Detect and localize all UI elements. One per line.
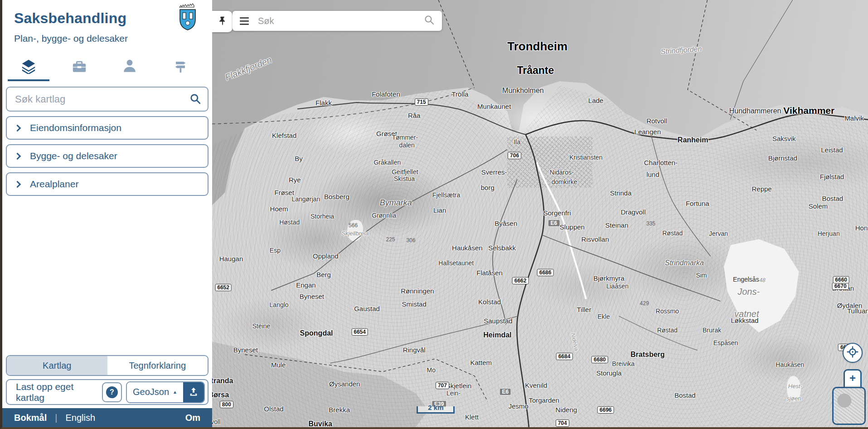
- map-scale-bar: 2 km: [417, 406, 455, 414]
- map-label: Jervan: [709, 230, 728, 237]
- language-bokmal[interactable]: Bokmål: [14, 413, 47, 423]
- map-label: Lian: [433, 207, 446, 214]
- map-label: domkirke: [552, 179, 577, 185]
- map-label: Flakk: [315, 99, 332, 106]
- map-label: By: [295, 155, 303, 161]
- map-label: Engelsås: [733, 276, 759, 283]
- map-label: 6662: [512, 277, 529, 284]
- map-label: Storugla: [596, 370, 621, 376]
- map-label: Vikhammer: [783, 106, 834, 115]
- map-label: Bosberg: [324, 193, 349, 200]
- map-label: Strinda: [610, 189, 632, 196]
- app-window: Saksbehandling Plan-, bygge- og delesake…: [0, 0, 868, 429]
- map-label: 800: [220, 401, 233, 408]
- map-search-input[interactable]: [258, 16, 415, 26]
- trondheim-coat-of-arms-icon: [178, 3, 198, 33]
- map-label: Charlotten-: [644, 159, 678, 166]
- map-label: Strindmarka: [665, 259, 704, 267]
- map-label: Breivika: [612, 361, 635, 367]
- map-label: Øysanden: [329, 380, 360, 387]
- tab-user[interactable]: [116, 58, 143, 77]
- map-label: Lade: [588, 97, 603, 104]
- tab-kartlag[interactable]: Kartlag: [7, 356, 107, 375]
- menu-icon[interactable]: [240, 17, 249, 25]
- upload-help-button[interactable]: ?: [102, 382, 122, 402]
- map-label: 6684: [556, 353, 573, 360]
- tab-guide[interactable]: [167, 58, 194, 77]
- map-label: 306: [406, 238, 415, 243]
- map-label: Malvik: [844, 114, 864, 121]
- language-english[interactable]: English: [65, 413, 95, 423]
- zoom-in-button[interactable]: +: [845, 370, 860, 386]
- upload-format-group: GeoJson ▲: [126, 381, 205, 403]
- map-label: Solem: [809, 203, 828, 210]
- map-label: Hoem: [270, 205, 288, 212]
- map-label: 715: [415, 98, 428, 106]
- upload-icon: [189, 386, 199, 398]
- map-label: Bostad: [822, 195, 844, 202]
- map-label: Fjølstad: [820, 173, 844, 180]
- map-label: Hallsetaunet: [438, 260, 474, 266]
- map-label: lund: [646, 171, 659, 178]
- map-label: E6: [499, 388, 511, 395]
- locate-me-button[interactable]: [843, 343, 863, 363]
- map-label: Honst: [855, 224, 868, 231]
- accordion-arealplaner[interactable]: Arealplaner: [6, 172, 209, 196]
- format-value: GeoJson: [133, 387, 169, 397]
- layers-icon: [21, 58, 36, 76]
- map-label: esstranda: [212, 377, 233, 385]
- map-label: 225: [386, 237, 395, 242]
- tab-tegnforklaring[interactable]: Tegnforklaring: [107, 356, 208, 375]
- map-label: Høstad: [279, 219, 300, 225]
- chevron-right-icon: [14, 152, 21, 160]
- map-label: Sorgenfri: [543, 210, 571, 216]
- map-label: Ekle: [597, 313, 610, 320]
- accordion-eiendomsinformasjon[interactable]: Eiendomsinformasjon: [6, 116, 209, 140]
- layer-search-input[interactable]: [6, 87, 209, 112]
- map-label: Løkkstad: [731, 317, 759, 323]
- map-label: Bjørkmyra: [593, 275, 624, 282]
- map-label: Tråante: [517, 65, 554, 76]
- pin-toolbar-button[interactable]: [212, 11, 233, 32]
- search-icon[interactable]: [424, 15, 435, 27]
- map-label: Byneset: [233, 346, 258, 353]
- person-icon: [122, 58, 137, 76]
- tab-tools[interactable]: [66, 58, 93, 77]
- map-label: Tiller: [577, 306, 591, 313]
- toolbox-icon: [72, 58, 87, 76]
- layer-search: [6, 87, 209, 112]
- accordion-bygge-og-delesaker[interactable]: Bygge- og delesaker: [6, 144, 209, 168]
- map-label: Byåsen: [495, 219, 517, 226]
- map-label: Kvenild: [525, 381, 547, 388]
- overview-minimap[interactable]: [832, 387, 866, 425]
- map-label: 6670: [832, 283, 849, 290]
- tab-layers[interactable]: [15, 58, 42, 77]
- map-label: Haukåsen: [776, 361, 804, 368]
- map-label: Fjellsætra: [432, 192, 460, 198]
- map-label: Skjetlein: [446, 382, 472, 389]
- pushpin-icon: [218, 15, 228, 28]
- map-label: Klett: [465, 414, 479, 420]
- map-label: Sim: [696, 272, 707, 278]
- map-label: Esp: [270, 247, 281, 253]
- map-label: Kolstad: [478, 298, 501, 305]
- map-label: 6660: [833, 276, 849, 283]
- about-link[interactable]: Om: [185, 413, 200, 423]
- map-label: Saupstad: [484, 317, 512, 324]
- sidebar: Saksbehandling Plan-, bygge- og delesake…: [2, 0, 212, 427]
- search-icon[interactable]: [189, 93, 201, 107]
- map-label: Skjellbreia: [341, 230, 369, 236]
- map-label: dalen: [399, 142, 415, 148]
- upload-button[interactable]: [183, 382, 204, 402]
- map-label: Rossmo: [656, 308, 679, 314]
- accordion-label: Eiendomsinformasjon: [30, 122, 121, 133]
- accordion-label: Arealplaner: [30, 179, 78, 190]
- map-label: Folafoten: [372, 91, 400, 98]
- map-canvas[interactable]: TrondheimTråanteMunkholmenFlakkfjordenSt…: [212, 0, 868, 427]
- map-label: Klefstad: [272, 132, 296, 138]
- format-dropdown[interactable]: GeoJson ▲: [127, 382, 183, 402]
- map-label: 6696: [597, 406, 614, 414]
- map-label: E6: [548, 219, 560, 227]
- map-label: Røstad: [657, 327, 678, 333]
- map-label: Frøset: [274, 189, 294, 195]
